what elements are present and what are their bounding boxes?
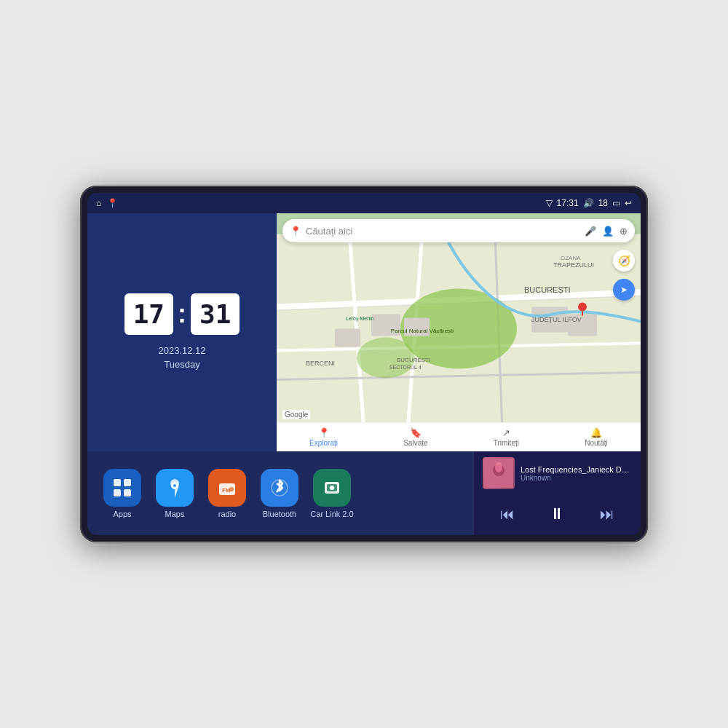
status-bar: ⌂ 📍 ▽ 17:31 🔊 18 ▭ ↩ xyxy=(87,193,641,213)
svg-point-31 xyxy=(173,484,176,487)
svg-point-41 xyxy=(495,462,502,472)
map-bottom-tabs: 📍 Explorați 🔖 Salvate ↗ Trimiteți 🔔 xyxy=(277,422,641,451)
media-thumbnail xyxy=(483,457,515,489)
svg-text:TRAPEZULUI: TRAPEZULUI xyxy=(553,261,594,269)
status-time: 17:31 xyxy=(557,198,579,208)
bottom-section: Apps Maps xyxy=(87,451,641,535)
clock-hours: 17 xyxy=(124,293,173,335)
svg-rect-27 xyxy=(124,479,131,486)
app-item-apps[interactable]: Apps xyxy=(99,469,146,518)
news-label: Noutăți xyxy=(585,439,608,447)
prev-button[interactable]: ⏮ xyxy=(494,503,521,526)
maps-status-icon[interactable]: 📍 xyxy=(107,198,118,208)
battery-level: 18 xyxy=(598,198,608,208)
compass-button[interactable]: 🧭 xyxy=(613,250,635,272)
apps-label: Apps xyxy=(113,510,131,518)
navigation-button[interactable]: ➤ xyxy=(613,279,635,301)
media-text: Lost Frequencies_Janieck Devy-... Unknow… xyxy=(521,465,632,482)
apps-section: Apps Maps xyxy=(87,451,473,535)
radio-label: radio xyxy=(218,510,236,518)
news-icon: 🔔 xyxy=(590,427,602,438)
map-search-bar[interactable]: 📍 Căutați aici 🎤 👤 ⊕ xyxy=(282,219,635,242)
app-item-carlink[interactable]: Car Link 2.0 xyxy=(309,469,355,518)
layers-icon[interactable]: ⊕ xyxy=(620,226,628,237)
apps-icon xyxy=(103,469,141,507)
svg-text:Leroy Merlin: Leroy Merlin xyxy=(346,316,374,322)
battery-icon: ▭ xyxy=(612,198,620,208)
back-icon[interactable]: ↩ xyxy=(625,198,632,208)
signal-icon: ▽ xyxy=(546,198,553,208)
svg-text:FM: FM xyxy=(222,487,231,494)
home-icon[interactable]: ⌂ xyxy=(96,198,101,208)
main-content: 17 : 31 2023.12.12 Tuesday xyxy=(87,213,641,535)
svg-rect-28 xyxy=(114,489,121,496)
clock-date: 2023.12.12 Tuesday xyxy=(158,344,205,372)
map-tab-news[interactable]: 🔔 Noutăți xyxy=(585,427,608,447)
top-section: 17 : 31 2023.12.12 Tuesday xyxy=(87,213,641,451)
media-artist: Unknown xyxy=(521,474,632,482)
device-shell: ⌂ 📍 ▽ 17:31 🔊 18 ▭ ↩ 17 : xyxy=(80,186,648,542)
clock-display: 17 : 31 xyxy=(124,293,240,335)
maps-logo-icon: 📍 xyxy=(290,226,301,237)
play-pause-button[interactable]: ⏸ xyxy=(543,502,571,526)
radio-icon: FM xyxy=(208,469,246,507)
bluetooth-icon xyxy=(261,469,298,507)
svg-point-38 xyxy=(330,486,334,490)
media-section: Lost Frequencies_Janieck Devy-... Unknow… xyxy=(473,451,641,535)
google-logo: Google xyxy=(282,410,310,419)
map-tab-send[interactable]: ↗ Trimiteți xyxy=(494,427,519,447)
microphone-icon[interactable]: 🎤 xyxy=(585,226,596,237)
maps-label: Maps xyxy=(165,510,185,518)
map-search-placeholder[interactable]: Căutați aici xyxy=(306,226,580,237)
clock-colon: : xyxy=(178,298,186,329)
saved-label: Salvate xyxy=(403,439,427,447)
svg-point-34 xyxy=(229,487,234,491)
send-label: Trimiteți xyxy=(494,439,519,447)
app-item-bluetooth[interactable]: Bluetooth xyxy=(256,469,303,518)
account-icon[interactable]: 👤 xyxy=(602,226,614,237)
svg-text:SECTORUL 4: SECTORUL 4 xyxy=(389,365,422,370)
app-item-maps[interactable]: Maps xyxy=(151,469,198,518)
svg-rect-29 xyxy=(124,489,131,496)
svg-text:BUCUREȘTI: BUCUREȘTI xyxy=(397,357,430,363)
map-tab-saved[interactable]: 🔖 Salvate xyxy=(403,427,427,447)
saved-icon: 🔖 xyxy=(410,427,422,438)
map-tab-explore[interactable]: 📍 Explorați xyxy=(309,427,338,447)
svg-text:Parcul Natural Văcărești: Parcul Natural Văcărești xyxy=(391,328,454,334)
status-right: ▽ 17:31 🔊 18 ▭ ↩ xyxy=(546,198,632,208)
maps-app-icon xyxy=(156,469,194,507)
status-left: ⌂ 📍 xyxy=(96,198,118,208)
app-item-radio[interactable]: FM radio xyxy=(204,469,250,518)
map-search-actions: 🎤 👤 ⊕ xyxy=(585,226,628,237)
explore-label: Explorați xyxy=(309,439,338,447)
clock-minutes: 31 xyxy=(191,293,240,335)
carlink-icon xyxy=(313,469,351,507)
media-controls: ⏮ ⏸ ⏭ xyxy=(483,499,632,529)
screen: ⌂ 📍 ▽ 17:31 🔊 18 ▭ ↩ 17 : xyxy=(87,193,641,535)
svg-rect-12 xyxy=(335,329,360,347)
clock-panel: 17 : 31 2023.12.12 Tuesday xyxy=(87,213,277,451)
send-icon: ↗ xyxy=(502,427,510,438)
svg-text:BUCUREȘTI: BUCUREȘTI xyxy=(524,285,571,294)
media-info: Lost Frequencies_Janieck Devy-... Unknow… xyxy=(483,457,632,489)
volume-icon: 🔊 xyxy=(583,198,594,208)
carlink-label: Car Link 2.0 xyxy=(310,510,353,518)
svg-point-24 xyxy=(578,303,587,312)
svg-text:BERCENI: BERCENI xyxy=(306,360,335,367)
svg-rect-26 xyxy=(114,479,121,486)
media-title: Lost Frequencies_Janieck Devy-... xyxy=(521,465,632,474)
explore-icon: 📍 xyxy=(318,427,330,438)
bluetooth-label: Bluetooth xyxy=(263,510,296,518)
next-button[interactable]: ⏭ xyxy=(594,503,620,526)
map-panel[interactable]: BUCUREȘTI JUDEȚUL ILFOV BERCENI TRAPEZUL… xyxy=(277,213,641,451)
svg-text:OZANA: OZANA xyxy=(561,255,581,261)
